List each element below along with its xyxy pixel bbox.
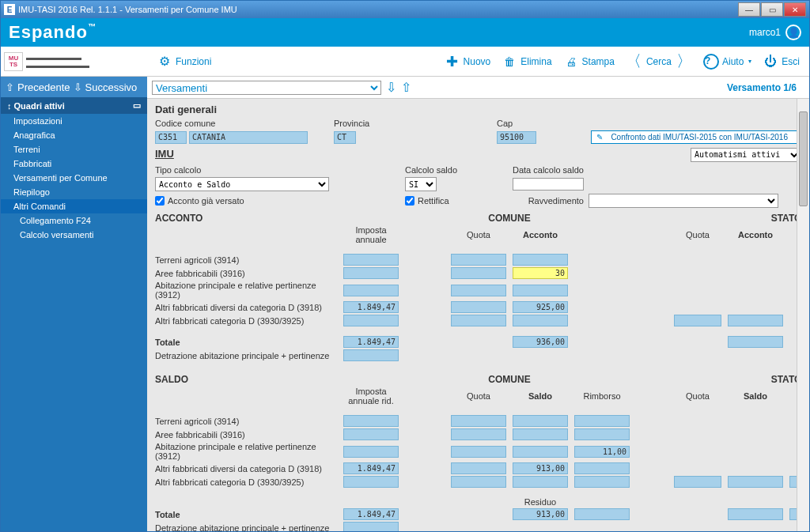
abit-rimborso[interactable]: 11,00: [574, 446, 630, 458]
row-detrazione: Detrazione abitazione principale + perti…: [155, 351, 337, 360]
calcolo-saldo-select[interactable]: SI: [405, 177, 437, 191]
codice-comune-label: Codice comune: [155, 119, 329, 128]
quadri-expand-icon[interactable]: ▭: [133, 100, 141, 111]
scrollbar-thumb[interactable]: [799, 111, 808, 206]
s-tot-imposta[interactable]: 1.849,47: [343, 508, 399, 520]
minimize-button[interactable]: —: [738, 2, 760, 17]
rettifica-check[interactable]: Rettifica: [405, 196, 508, 206]
ravvedimento-label: Ravvedimento: [513, 196, 584, 206]
srow-aree: Aree fabbricabili (3916): [155, 430, 337, 440]
prev-label[interactable]: Precedente: [17, 81, 70, 93]
sidebar: MUTS ▬▬▬▬▬▬▬▬▬▬▬▬▬▬▬ ⇧ Precedente ⇩ Succ…: [1, 47, 147, 531]
sidebar-sub-f24[interactable]: Collegamento F24: [1, 213, 147, 228]
vertical-scrollbar[interactable]: [797, 99, 809, 531]
titlebar: E IMU-TASI 2016 Rel. 1.1.1 - Versamenti …: [1, 1, 809, 18]
chevron-right-icon[interactable]: 〉: [673, 51, 695, 72]
sidebar-item-terreni[interactable]: Terreni: [1, 142, 147, 157]
dati-generali-title: Dati generali: [155, 104, 801, 115]
tot-imposta[interactable]: 1.849,47: [343, 336, 399, 348]
brand-bar: Espando™ marco1 👤: [1, 18, 809, 47]
data-calcolo-field[interactable]: [513, 178, 584, 191]
automatismi-select[interactable]: Automatismi attivi: [691, 148, 801, 162]
row-abitazione: Abitazione principale e relative pertine…: [155, 281, 337, 300]
power-icon: [763, 54, 778, 70]
row-terreni: Terreni agricoli (3914): [155, 255, 337, 265]
arrow-up-icon[interactable]: ⇧: [6, 81, 14, 93]
acconto-versato-check[interactable]: Acconto già versato: [155, 196, 400, 206]
quadri-header[interactable]: ↕ Quadri attivi ▭: [1, 97, 147, 114]
sidebar-sub-calcolo[interactable]: Calcolo versamenti: [1, 228, 147, 242]
funzioni-button[interactable]: Funzioni: [153, 52, 214, 71]
aree-acconto-field[interactable]: 30: [513, 267, 568, 279]
window-title: IMU-TASI 2016 Rel. 1.1.1 - Versamenti pe…: [18, 5, 738, 14]
s-altri-nd-imposta[interactable]: 1.849,47: [343, 462, 399, 474]
close-button[interactable]: ✕: [784, 2, 806, 17]
tipo-calcolo-select[interactable]: Acconto e Saldo: [155, 177, 329, 191]
acconto-grid: ACCONTO COMUNE STATO Imposta annuale Quo…: [155, 213, 801, 361]
altri-nd-imposta[interactable]: 1.849,47: [343, 301, 399, 313]
module-logo-icon: MUTS: [4, 52, 23, 71]
brand-name: Espando™: [9, 22, 97, 43]
sidebar-item-versamenti[interactable]: Versamenti per Comune: [1, 171, 147, 185]
stato-acconto-header: Acconto: [728, 230, 783, 240]
srow-detraz: Detrazione abitazione principale + perti…: [155, 523, 337, 532]
arrow-down-icon[interactable]: ⇩: [74, 81, 82, 93]
user-icon[interactable]: 👤: [785, 25, 801, 40]
comune-nome-field[interactable]: CATANIA: [189, 131, 308, 144]
ravvedimento-select[interactable]: [589, 194, 778, 208]
data-calcolo-label: Data calcolo saldo: [513, 165, 584, 175]
cerca-label[interactable]: Cerca: [646, 56, 672, 67]
sidebar-item-anagrafica[interactable]: Anagrafica: [1, 128, 147, 142]
srow-altri-nd: Altri fabbricati diversi da categoria D …: [155, 464, 337, 474]
plus-icon: [445, 54, 460, 70]
srow-totale: Totale: [155, 510, 337, 519]
toolbar: Funzioni Nuovo Elimina Stampa 〈 Cerca 〉 …: [147, 47, 809, 77]
aiuto-button[interactable]: Aiuto▾: [700, 52, 755, 71]
row-altri-nd: Altri fabbricati diversi da categoria D …: [155, 303, 337, 312]
cap-field[interactable]: 95100: [497, 131, 536, 144]
move-down-icon[interactable]: ⇩: [386, 80, 396, 95]
user-label: marco1: [749, 27, 781, 38]
nuovo-button[interactable]: Nuovo: [441, 52, 494, 71]
quota-header: Quota: [451, 230, 506, 240]
elimina-button[interactable]: Elimina: [498, 52, 555, 71]
maximize-button[interactable]: ▭: [761, 2, 783, 17]
provincia-label: Provincia: [334, 119, 492, 128]
provincia-field[interactable]: CT: [334, 131, 356, 144]
altri-nd-acconto[interactable]: 925,00: [513, 301, 568, 313]
saldo-grid: SALDO COMUNE STATO Imposta annuale rid. …: [155, 374, 801, 531]
stato-quota-header: Quota: [674, 230, 721, 240]
s-tot-saldo[interactable]: 913,00: [513, 508, 568, 520]
move-up-icon[interactable]: ⇧: [401, 80, 411, 95]
search-nav: 〈 Cerca 〉: [623, 51, 695, 72]
nav-bar: ⇧ Precedente ⇩ Successivo: [1, 77, 147, 97]
sidebar-item-riepilogo[interactable]: Riepilogo: [1, 185, 147, 199]
app-window: E IMU-TASI 2016 Rel. 1.1.1 - Versamenti …: [0, 0, 810, 532]
srow-terreni: Terreni agricoli (3914): [155, 417, 337, 426]
tot-acconto[interactable]: 936,00: [513, 336, 568, 348]
residuo-header: Residuo: [513, 497, 568, 507]
sidebar-item-fabbricati[interactable]: Fabbricati: [1, 157, 147, 171]
tipo-calcolo-label: Tipo calcolo: [155, 165, 400, 175]
rimborso-header: Rimborso: [574, 391, 630, 401]
esci-button[interactable]: Esci: [759, 52, 803, 71]
help-icon: [703, 54, 719, 70]
stampa-button[interactable]: Stampa: [560, 52, 618, 71]
calcolo-saldo-label: Calcolo saldo: [405, 165, 508, 175]
imposta-annuale-header: Imposta annuale: [343, 225, 399, 244]
next-label[interactable]: Successivo: [85, 81, 138, 93]
chevron-left-icon[interactable]: 〈: [623, 51, 645, 72]
s-altri-nd-saldo[interactable]: 913,00: [513, 462, 568, 474]
sidebar-item-impostazioni[interactable]: Impostazioni: [1, 114, 147, 128]
gear-icon: [157, 54, 172, 70]
codice-comune-field[interactable]: C351: [155, 131, 187, 144]
srow-altri-d: Altri fabbricati categoria D (3930/3925): [155, 477, 337, 487]
sidebar-item-altri-comandi[interactable]: Altri Comandi: [1, 199, 147, 213]
acconto-section-title: ACCONTO: [155, 213, 337, 224]
row-totale: Totale: [155, 338, 337, 347]
imposta-rid-header: Imposta annuale rid.: [343, 387, 399, 406]
saldo-comune-header: COMUNE: [451, 374, 568, 385]
stato-quota2-header: Quota: [674, 391, 721, 401]
versamenti-select[interactable]: Versamenti: [152, 81, 381, 95]
compare-button[interactable]: Confronto dati IMU/TASI-2015 con IMU/TAS…: [591, 130, 801, 144]
